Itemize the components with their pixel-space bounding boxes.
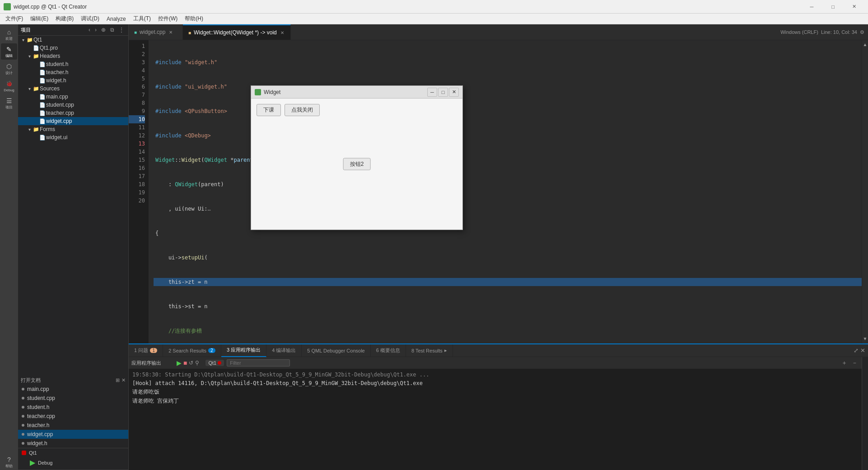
restart-button[interactable]: ↺ <box>189 360 193 366</box>
tree-add-file[interactable]: ⊕ <box>100 26 107 33</box>
open-docs-icon-close[interactable]: ✕ <box>121 377 126 383</box>
tree-item-qt1[interactable]: ▾ 📁 Qt1 <box>18 36 128 44</box>
tree-item-widget-h[interactable]: 📄 widget.h <box>18 76 128 85</box>
test-arrow-icon: ▸ <box>444 348 447 353</box>
output-filter-input[interactable] <box>227 359 290 367</box>
qt1-tab[interactable]: Qt1 <box>205 360 224 366</box>
tab-close-constructor[interactable]: ✕ <box>280 29 285 36</box>
tree-item-headers[interactable]: ▾ 📁 Headers <box>18 52 128 60</box>
tree-item-sources[interactable]: ▾ 📁 Sources <box>18 85 128 93</box>
maximize-button[interactable]: □ <box>823 2 843 11</box>
bottom-tab-search-label: 2 Search Results <box>168 348 206 353</box>
open-file-widget-cpp[interactable]: widget.cpp <box>18 430 128 439</box>
widget-dialog-close[interactable]: ✕ <box>449 88 459 97</box>
widget-dialog-minimize[interactable]: ─ <box>427 88 437 97</box>
tree-item-forms[interactable]: ▾ 📁 Forms <box>18 125 128 133</box>
tab-bar-right: Windows (CRLF) Line: 10, Col: 34 ⚙ <box>780 29 868 35</box>
file-student-icon: 📄 <box>39 102 46 108</box>
tree-nav-next[interactable]: › <box>93 26 98 33</box>
ln-15: 15 <box>129 156 145 164</box>
tree-filter[interactable]: ⧉ <box>109 26 116 33</box>
bottom-close-icon[interactable]: ✕ <box>860 347 865 354</box>
bottom-tab-qml-label: 5 QML Debugger Console <box>307 348 364 353</box>
menu-controls[interactable]: 控件(W) <box>154 14 181 24</box>
qt1-running-dot <box>218 361 221 365</box>
tree-item-main-cpp[interactable]: 📄 main.cpp <box>18 93 128 101</box>
bottom-tab-problems[interactable]: 1 问题 1 <box>129 344 163 357</box>
settings-icon[interactable]: ⚙ <box>860 29 864 35</box>
file-dot-main <box>22 388 24 390</box>
open-file-student-h[interactable]: student.h <box>18 403 128 412</box>
file-pro-icon: 📄 <box>33 45 40 51</box>
tree-nav-prev[interactable]: ‹ <box>87 26 92 33</box>
bottom-tab-qml[interactable]: 5 QML Debugger Console <box>302 344 370 357</box>
tree-more[interactable]: ⋮ <box>117 26 126 33</box>
dialog-btn-button2[interactable]: 按钮2 <box>343 158 371 170</box>
sidebar-help[interactable]: ? 帮助 <box>1 454 17 470</box>
tree-item-widget-cpp[interactable]: 📄 widget.cpp <box>18 117 128 125</box>
tab-close-widget-cpp[interactable]: ✕ <box>168 29 173 36</box>
bottom-scrollbar[interactable] <box>862 357 868 470</box>
bottom-tab-compile[interactable]: 4 编译输出 <box>266 344 302 357</box>
sidebar-projects[interactable]: ☰ 项目 <box>1 95 17 111</box>
ln-8: 8 <box>129 99 145 107</box>
stop-button[interactable]: ■ <box>183 359 187 367</box>
output-minus-icon[interactable]: － <box>850 358 859 367</box>
scroll-up-icon[interactable]: ▲ <box>863 42 868 47</box>
widget-dialog-maximize[interactable]: □ <box>438 88 448 97</box>
bottom-expand-icon[interactable]: ⤢ <box>854 347 859 354</box>
menu-debug[interactable]: 调试(D) <box>77 14 103 24</box>
sidebar-help-label: 帮助 <box>5 465 13 468</box>
dialog-btn-xiake[interactable]: 下课 <box>257 104 281 116</box>
menu-file[interactable]: 文件(F) <box>2 14 27 24</box>
sidebar-edit[interactable]: ✎ 编辑 <box>1 43 17 60</box>
minimize-button[interactable]: ─ <box>802 2 822 11</box>
open-docs-icon-layout[interactable]: ⊞ <box>116 377 120 383</box>
tab-bar: ■ widget.cpp ✕ ■ Widget::Widget(QWidget … <box>129 24 868 40</box>
menu-build[interactable]: 构建(B) <box>52 14 77 24</box>
tree-item-teacher-cpp[interactable]: 📄 teacher.cpp <box>18 109 128 117</box>
run-button[interactable]: ▶ <box>177 359 182 367</box>
tree-item-widget-ui[interactable]: 📄 widget.ui <box>18 133 128 141</box>
code-line-11: this->st = n <box>154 302 862 310</box>
tree-label-qt1: Qt1 <box>33 37 128 43</box>
tree-item-teacher-h[interactable]: 📄 teacher.h <box>18 68 128 76</box>
tab-widget-cpp[interactable]: ■ widget.cpp ✕ <box>129 24 183 40</box>
ln-6: 6 <box>129 83 145 91</box>
scroll-down-icon[interactable]: ▼ <box>863 336 868 342</box>
bottom-tab-summary[interactable]: 6 概要信息 <box>371 344 406 357</box>
file-teacher-icon: 📄 <box>39 110 46 116</box>
tab-icon-widget-cpp: ■ <box>134 30 137 35</box>
sidebar-design[interactable]: ⬡ 设计 <box>1 61 17 77</box>
sidebar-welcome[interactable]: ⌂ 欢迎 <box>1 26 17 42</box>
open-file-teacher-h[interactable]: teacher.h <box>18 421 128 430</box>
open-file-student-cpp[interactable]: student.cpp <box>18 394 128 403</box>
open-file-main-cpp[interactable]: main.cpp <box>18 385 128 394</box>
menu-analyze[interactable]: Analyze <box>103 15 130 23</box>
ln-13: 13 <box>129 140 145 148</box>
right-vert-bar: ▲ ▼ <box>862 40 868 343</box>
attach-button[interactable]: ⚲ <box>195 360 199 366</box>
bottom-tab-test[interactable]: 8 Test Results ▸ <box>406 344 453 357</box>
sidebar-design-label: 设计 <box>5 71 13 75</box>
app-output-area: 应用程序输出 ▶ ■ ↺ ⚲ Qt1 <box>129 357 862 470</box>
tree-item-student-cpp[interactable]: 📄 student.cpp <box>18 101 128 109</box>
menu-help[interactable]: 帮助(H) <box>181 14 207 24</box>
menu-edit[interactable]: 编辑(E) <box>27 14 52 24</box>
bottom-tab-app-output[interactable]: 3 应用程序输出 <box>221 344 266 357</box>
open-file-teacher-cpp[interactable]: teacher.cpp <box>18 412 128 421</box>
output-add-icon[interactable]: ＋ <box>840 358 849 367</box>
open-file-label-student-h: student.h <box>27 404 49 410</box>
bottom-tab-search[interactable]: 2 Search Results 2 <box>163 344 221 357</box>
widget-dialog-title-bar[interactable]: Widget ─ □ ✕ <box>251 86 462 99</box>
sidebar-debug[interactable]: 🐞 Debug <box>1 78 17 94</box>
tree-item-student-h[interactable]: 📄 student.h <box>18 60 128 68</box>
tree-item-qt1pro[interactable]: 📄 Qt1.pro <box>18 44 128 52</box>
help-icon: ? <box>5 456 13 464</box>
close-button[interactable]: ✕ <box>844 2 864 11</box>
menu-tools[interactable]: 工具(T) <box>130 14 154 24</box>
dialog-btn-close-me[interactable]: 点我关闭 <box>285 104 320 116</box>
ln-2: 2 <box>129 50 145 58</box>
open-file-widget-h[interactable]: widget.h <box>18 439 128 448</box>
tab-widget-constructor[interactable]: ■ Widget::Widget(QWidget *) -> void ✕ <box>183 24 291 40</box>
